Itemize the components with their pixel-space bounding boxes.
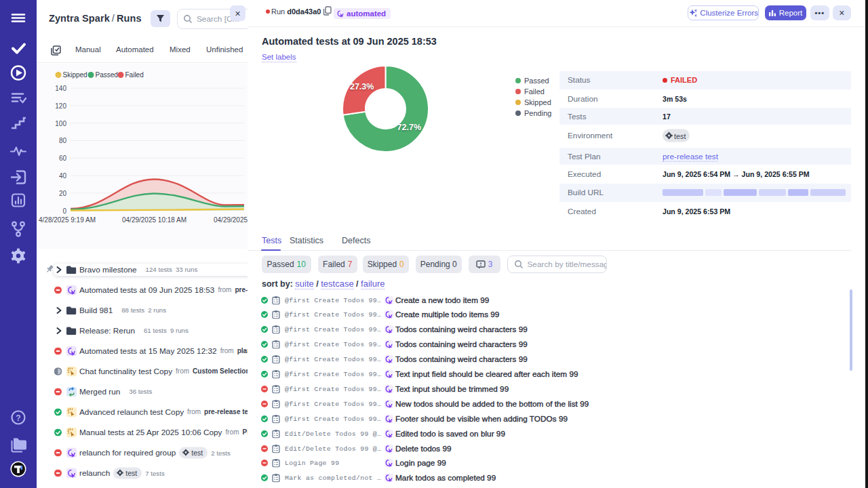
svg-text:140: 140 (55, 85, 66, 92)
svg-text:Failed: Failed (125, 71, 144, 79)
svg-text:20: 20 (59, 190, 67, 197)
svg-text:40: 40 (59, 172, 67, 180)
svg-text:Skipped: Skipped (63, 71, 87, 79)
svg-text:120: 120 (55, 102, 66, 110)
svg-text:27.3%: 27.3% (350, 82, 374, 92)
svg-text:60: 60 (59, 155, 67, 162)
svg-text:100: 100 (55, 120, 66, 127)
svg-text:72.7%: 72.7% (397, 123, 421, 132)
svg-text:80: 80 (59, 137, 67, 144)
svg-text:0: 0 (62, 207, 66, 215)
svg-text:?: ? (16, 413, 20, 423)
svg-text:4/28/2025 9:19 AM: 4/28/2025 9:19 AM (39, 216, 96, 224)
svg-text:Passed: Passed (96, 71, 118, 79)
svg-text:04/29/2025 10: 04/29/2025 10 (214, 216, 248, 224)
svg-text:04/29/2025 10:18 AM: 04/29/2025 10:18 AM (122, 216, 186, 224)
